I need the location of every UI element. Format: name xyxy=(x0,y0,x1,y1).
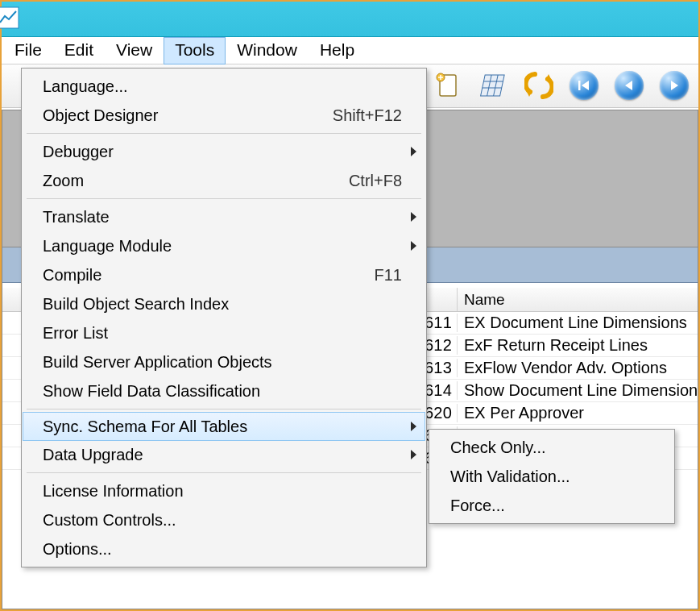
menu-build-server-objects[interactable]: Build Server Application Objects xyxy=(23,347,425,376)
svg-marker-13 xyxy=(671,81,678,90)
menu-debugger[interactable]: Debugger xyxy=(23,137,425,166)
svg-marker-12 xyxy=(625,81,632,90)
menu-zoom[interactable]: Zoom Ctrl+F8 xyxy=(23,166,425,195)
toolbar-refresh-icon[interactable] xyxy=(523,69,555,102)
menu-view[interactable]: View xyxy=(105,37,164,64)
menu-custom-controls[interactable]: Custom Controls... xyxy=(23,505,425,534)
submenu-check-only[interactable]: Check Only... xyxy=(431,433,673,462)
submenu-with-validation[interactable]: With Validation... xyxy=(431,462,673,491)
menu-data-upgrade[interactable]: Data Upgrade xyxy=(23,440,425,469)
menu-language[interactable]: Language... xyxy=(23,72,425,101)
menu-file[interactable]: File xyxy=(3,37,53,64)
toolbar-grid-icon[interactable] xyxy=(478,69,510,102)
svg-rect-10 xyxy=(578,81,581,90)
menu-license-info[interactable]: License Information xyxy=(23,476,425,505)
menu-object-designer[interactable]: Object Designer Shift+F12 xyxy=(23,101,425,130)
row-name: ExF Return Receipt Lines xyxy=(458,336,698,355)
menu-error-list[interactable]: Error List xyxy=(23,318,425,347)
row-name: ExFlow Vendor Adv. Options xyxy=(458,359,698,377)
app-icon xyxy=(0,6,19,29)
menu-options[interactable]: Options... xyxy=(23,534,425,563)
app-window: File Edit View Tools Window Help xyxy=(0,0,700,611)
tools-dropdown: Language... Object Designer Shift+F12 De… xyxy=(21,68,427,567)
titlebar xyxy=(2,2,698,37)
col-header-name[interactable]: Name xyxy=(458,291,698,309)
sync-schema-submenu: Check Only... With Validation... Force..… xyxy=(429,429,675,524)
row-name: Show Document Line Dimensions xyxy=(458,381,698,400)
submenu-force[interactable]: Force... xyxy=(431,491,673,520)
menubar: File Edit View Tools Window Help xyxy=(2,37,698,64)
nav-first-button[interactable] xyxy=(568,69,600,102)
menu-window[interactable]: Window xyxy=(226,37,309,64)
toolbar-new-icon[interactable] xyxy=(433,69,465,102)
row-name: EX Per Approver xyxy=(458,404,698,422)
menu-translate[interactable]: Translate xyxy=(23,202,425,231)
menu-language-module[interactable]: Language Module xyxy=(23,231,425,260)
menu-compile[interactable]: Compile F11 xyxy=(23,260,425,289)
menu-tools[interactable]: Tools xyxy=(164,37,226,64)
menu-show-field-classification[interactable]: Show Field Data Classification xyxy=(23,376,425,405)
menu-help[interactable]: Help xyxy=(309,37,366,64)
menu-edit[interactable]: Edit xyxy=(53,37,105,64)
svg-marker-11 xyxy=(582,81,589,90)
menu-build-index[interactable]: Build Object Search Index xyxy=(23,289,425,318)
row-name: EX Document Line Dimensions xyxy=(458,314,698,332)
nav-next-button[interactable] xyxy=(658,69,690,102)
nav-prev-button[interactable] xyxy=(613,69,645,102)
svg-rect-3 xyxy=(481,75,505,96)
menu-sync-schema[interactable]: Sync. Schema For All Tables xyxy=(23,412,425,441)
